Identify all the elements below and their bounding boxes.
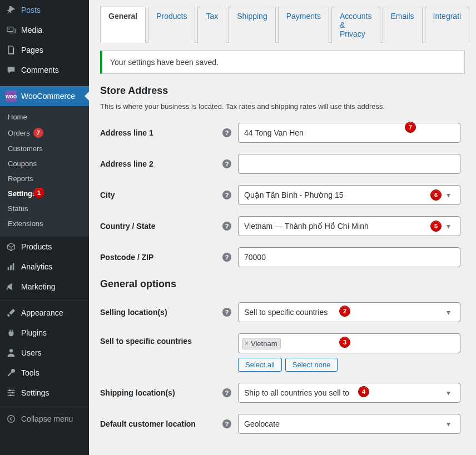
label-postcode: Postcode / ZIP bbox=[100, 253, 222, 262]
svg-rect-4 bbox=[13, 263, 14, 271]
sidebar-item-products[interactable]: Products bbox=[0, 237, 89, 257]
select-none-button[interactable]: Select none bbox=[285, 358, 338, 372]
label-selling-locations: Selling location(s) bbox=[100, 308, 222, 317]
sidebar-item-tools[interactable]: Tools bbox=[0, 363, 89, 383]
sidebar-label: Products bbox=[21, 242, 52, 251]
select-shipping-locations[interactable]: Ship to all countries you sell to ▾ bbox=[238, 383, 460, 403]
tab-shipping[interactable]: Shipping bbox=[229, 7, 276, 43]
tab-payments[interactable]: Payments bbox=[278, 7, 329, 43]
sidebar-label: Comments bbox=[21, 66, 59, 74]
select-default-location[interactable]: Geolocate ▾ bbox=[238, 414, 460, 434]
sidebar-item-pages[interactable]: Pages bbox=[0, 40, 89, 60]
tab-products[interactable]: Products bbox=[148, 7, 195, 43]
submenu-item-settings[interactable]: Settings 1 bbox=[0, 186, 89, 201]
row-city: City ? Quận Tân Bình - Phường 15 ▾ 6 bbox=[100, 185, 465, 205]
input-address2[interactable] bbox=[238, 154, 460, 174]
svg-rect-0 bbox=[7, 27, 13, 32]
plug-icon bbox=[6, 327, 17, 338]
svg-point-9 bbox=[8, 416, 15, 423]
select-all-button[interactable]: Select all bbox=[238, 358, 282, 372]
orders-badge: 7 bbox=[33, 128, 43, 138]
comment-icon bbox=[6, 64, 17, 76]
svg-rect-3 bbox=[10, 265, 12, 270]
row-address2: Address line 2 ? bbox=[100, 154, 465, 174]
tab-general[interactable]: General bbox=[100, 7, 146, 43]
label-address2: Address line 2 bbox=[100, 159, 222, 168]
help-icon[interactable]: ? bbox=[222, 388, 231, 397]
help-icon[interactable]: ? bbox=[222, 191, 231, 199]
submenu-item-extensions[interactable]: Extensions bbox=[0, 216, 89, 231]
input-postcode[interactable] bbox=[238, 247, 460, 267]
sidebar-item-plugins[interactable]: Plugins bbox=[0, 323, 89, 343]
chevron-down-icon: ▾ bbox=[447, 222, 454, 231]
submenu-item-home[interactable]: Home bbox=[0, 109, 89, 124]
help-icon[interactable]: ? bbox=[222, 308, 231, 317]
chevron-down-icon: ▾ bbox=[447, 308, 454, 317]
help-icon[interactable]: ? bbox=[222, 419, 231, 428]
annotation-marker-1: 1 bbox=[33, 187, 44, 198]
section-title-store-address: Store Address bbox=[100, 85, 465, 97]
sidebar-separator bbox=[0, 82, 89, 84]
sidebar-label: Settings bbox=[21, 388, 49, 397]
help-icon[interactable]: ? bbox=[222, 222, 231, 231]
select-city[interactable]: Quận Tân Bình - Phường 15 ▾ bbox=[238, 185, 460, 205]
svg-point-8 bbox=[10, 394, 12, 396]
sidebar-item-analytics[interactable]: Analytics bbox=[0, 257, 89, 277]
megaphone-icon bbox=[6, 281, 17, 292]
row-country: Country / State ? Vietnam — Thành phố Hồ… bbox=[100, 216, 465, 236]
chevron-down-icon: ▾ bbox=[447, 191, 454, 199]
help-icon[interactable]: ? bbox=[222, 159, 231, 168]
sidebar-label: Plugins bbox=[21, 328, 47, 337]
sidebar-item-marketing[interactable]: Marketing bbox=[0, 277, 89, 297]
sidebar-item-woocommerce[interactable]: woo WooCommerce bbox=[0, 86, 89, 106]
submenu-item-orders[interactable]: Orders 7 bbox=[0, 124, 89, 141]
svg-point-1 bbox=[8, 28, 9, 29]
sidebar-label: Collapse menu bbox=[21, 414, 73, 423]
main-content: General Products Tax Shipping Payments A… bbox=[89, 0, 476, 455]
tab-integration[interactable]: Integrati bbox=[425, 7, 470, 43]
sidebar-label: Marketing bbox=[21, 282, 55, 291]
chevron-down-icon: ▾ bbox=[447, 419, 454, 428]
sidebar-item-users[interactable]: Users bbox=[0, 343, 89, 363]
sidebar-item-comments[interactable]: Comments bbox=[0, 60, 89, 80]
help-icon[interactable]: ? bbox=[222, 253, 231, 262]
label-sell-to-countries: Sell to specific countries bbox=[100, 333, 222, 346]
svg-rect-2 bbox=[8, 267, 9, 270]
row-shipping-locations: Shipping location(s) ? Ship to all count… bbox=[100, 383, 465, 403]
label-address1: Address line 1 bbox=[100, 128, 222, 137]
woocommerce-icon: woo bbox=[6, 91, 17, 102]
row-address1: Address line 1 ? 7 bbox=[100, 123, 465, 143]
remove-token-icon[interactable]: × bbox=[245, 339, 249, 347]
label-city: City bbox=[100, 191, 222, 199]
label-shipping-locations: Shipping location(s) bbox=[100, 388, 222, 397]
annotation-marker-2: 2 bbox=[339, 306, 350, 317]
tab-accounts-privacy[interactable]: Accounts & Privacy bbox=[331, 7, 380, 43]
section-desc: This is where your business is located. … bbox=[100, 102, 465, 111]
country-token: × Vietnam bbox=[242, 338, 281, 349]
label-country: Country / State bbox=[100, 222, 222, 231]
sidebar-item-settings-main[interactable]: Settings bbox=[0, 383, 89, 403]
submenu-item-coupons[interactable]: Coupons bbox=[0, 156, 89, 171]
row-sell-to-countries: Sell to specific countries ? × Vietnam 3… bbox=[100, 333, 465, 372]
label-default-location: Default customer location bbox=[100, 419, 222, 428]
brush-icon bbox=[6, 307, 17, 318]
submenu-item-status[interactable]: Status bbox=[0, 201, 89, 216]
section-title-general-options: General options bbox=[100, 278, 465, 290]
tab-tax[interactable]: Tax bbox=[197, 7, 226, 43]
sidebar-collapse[interactable]: Collapse menu bbox=[0, 409, 89, 429]
tab-emails[interactable]: Emails bbox=[383, 7, 423, 43]
submenu-item-customers[interactable]: Customers bbox=[0, 141, 89, 156]
sidebar-separator bbox=[0, 404, 89, 407]
input-address1[interactable] bbox=[238, 123, 460, 143]
sidebar-label: Media bbox=[21, 26, 42, 34]
sidebar-item-appearance[interactable]: Appearance bbox=[0, 303, 89, 323]
success-notice: Your settings have been saved. bbox=[100, 51, 465, 74]
submenu-item-reports[interactable]: Reports bbox=[0, 171, 89, 186]
sidebar-item-posts[interactable]: Posts bbox=[0, 0, 89, 20]
svg-point-5 bbox=[9, 349, 13, 352]
help-icon[interactable]: ? bbox=[222, 128, 231, 137]
sidebar-item-media[interactable]: Media bbox=[0, 20, 89, 40]
analytics-icon bbox=[6, 261, 17, 272]
user-icon bbox=[6, 347, 17, 358]
select-country-state[interactable]: Vietnam — Thành phố Hồ Chí Minh ▾ bbox=[238, 216, 460, 236]
